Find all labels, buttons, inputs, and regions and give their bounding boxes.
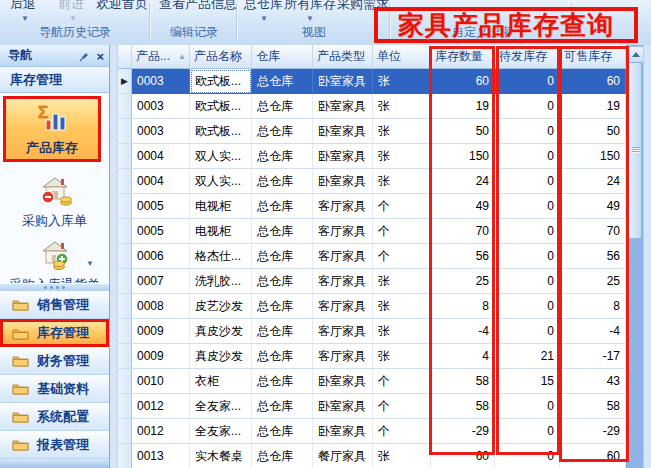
table-cell[interactable]: 4 bbox=[431, 344, 495, 369]
table-cell[interactable]: 电视柜 bbox=[190, 194, 252, 219]
table-cell[interactable]: 总仓库 bbox=[252, 369, 313, 394]
table-row[interactable]: 0012全友家...总仓库卧室家具个58058 bbox=[118, 394, 626, 419]
table-cell[interactable]: 0 bbox=[495, 244, 560, 269]
table-cell[interactable]: 24 bbox=[431, 169, 495, 194]
table-cell[interactable]: 个 bbox=[373, 244, 431, 269]
table-cell[interactable]: 8 bbox=[560, 294, 626, 319]
column-header-sellable-stock[interactable]: 可售库存 bbox=[560, 45, 626, 69]
table-cell[interactable]: 60 bbox=[431, 444, 495, 468]
table-cell[interactable]: 真皮沙发 bbox=[190, 319, 252, 344]
table-cell[interactable]: 总仓库 bbox=[252, 294, 313, 319]
column-header-stock-qty[interactable]: 库存数量 bbox=[431, 45, 495, 69]
row-header-cell[interactable] bbox=[118, 319, 132, 344]
table-row[interactable]: 0009真皮沙发总仓库客厅家具张-40-4 bbox=[118, 319, 626, 344]
table-cell[interactable]: 0 bbox=[495, 144, 560, 169]
row-header-cell[interactable] bbox=[118, 219, 132, 244]
table-cell[interactable]: 56 bbox=[431, 244, 495, 269]
column-header-product-type[interactable]: 产品类型 bbox=[313, 45, 373, 69]
table-cell[interactable]: 卧室家具 bbox=[313, 419, 373, 444]
table-cell[interactable]: 全友家... bbox=[190, 394, 252, 419]
table-cell[interactable]: 0008 bbox=[132, 294, 190, 319]
table-row[interactable]: 0006格杰仕...总仓库客厅家具个56056 bbox=[118, 244, 626, 269]
column-header-product-name[interactable]: 产品名称 bbox=[190, 45, 252, 69]
table-row[interactable]: 0008皮艺沙发总仓库客厅家具张808 bbox=[118, 294, 626, 319]
table-cell[interactable]: 张 bbox=[373, 294, 431, 319]
table-cell[interactable]: 8 bbox=[431, 294, 495, 319]
row-header-cell[interactable] bbox=[118, 269, 132, 294]
table-cell[interactable]: 欧式板... bbox=[190, 119, 252, 144]
table-cell[interactable]: 客厅家具 bbox=[313, 319, 373, 344]
table-cell[interactable]: 0006 bbox=[132, 244, 190, 269]
table-cell[interactable]: 0009 bbox=[132, 319, 190, 344]
table-cell[interactable]: 客厅家具 bbox=[313, 219, 373, 244]
table-cell[interactable]: 总仓库 bbox=[252, 319, 313, 344]
table-cell[interactable]: 总仓库 bbox=[252, 169, 313, 194]
table-cell[interactable]: 49 bbox=[431, 194, 495, 219]
sidebar-module-item[interactable]: 系统配置 bbox=[0, 403, 109, 431]
column-header-pending-stock[interactable]: 待发库存 bbox=[495, 45, 560, 69]
sidebar-section-header[interactable]: 库存管理 bbox=[0, 67, 109, 93]
table-cell[interactable]: 0012 bbox=[132, 419, 190, 444]
table-cell[interactable]: 0007 bbox=[132, 269, 190, 294]
table-cell[interactable]: 总仓库 bbox=[252, 119, 313, 144]
table-cell[interactable]: 张 bbox=[373, 169, 431, 194]
table-row[interactable]: 0004双人实...总仓库卧室家具张24024 bbox=[118, 169, 626, 194]
table-cell[interactable]: 0012 bbox=[132, 394, 190, 419]
row-header-cell[interactable] bbox=[118, 144, 132, 169]
table-row[interactable]: 0007洗乳胶...总仓库客厅家具张25025 bbox=[118, 269, 626, 294]
table-cell[interactable]: 0 bbox=[495, 119, 560, 144]
table-cell[interactable]: 58 bbox=[560, 394, 626, 419]
table-cell[interactable]: -29 bbox=[560, 419, 626, 444]
row-header-cell[interactable] bbox=[118, 394, 132, 419]
pin-icon[interactable] bbox=[79, 51, 89, 62]
table-cell[interactable]: 张 bbox=[373, 69, 431, 94]
table-cell[interactable]: -29 bbox=[431, 419, 495, 444]
table-row[interactable]: 0005电视柜总仓库客厅家具个70070 bbox=[118, 219, 626, 244]
pane-splitter[interactable] bbox=[110, 45, 118, 468]
row-header-cell[interactable] bbox=[118, 344, 132, 369]
table-cell[interactable]: 总仓库 bbox=[252, 269, 313, 294]
table-cell[interactable]: 客厅家具 bbox=[313, 294, 373, 319]
table-cell[interactable]: 全友家... bbox=[190, 419, 252, 444]
table-cell[interactable]: 总仓库 bbox=[252, 444, 313, 468]
table-cell[interactable]: 双人实... bbox=[190, 144, 252, 169]
sidebar-module-item[interactable]: 财务管理 bbox=[0, 347, 109, 375]
table-row[interactable]: 0012全友家...总仓库卧室家具个-290-29 bbox=[118, 419, 626, 444]
column-header-unit[interactable]: 单位 bbox=[373, 45, 431, 69]
table-cell[interactable]: 0 bbox=[495, 294, 560, 319]
table-cell[interactable]: 总仓库 bbox=[252, 244, 313, 269]
table-cell[interactable]: 60 bbox=[560, 69, 626, 94]
table-cell[interactable]: 150 bbox=[560, 144, 626, 169]
table-cell[interactable]: 0009 bbox=[132, 344, 190, 369]
table-cell[interactable]: -4 bbox=[560, 319, 626, 344]
table-cell[interactable]: 0 bbox=[495, 394, 560, 419]
table-cell[interactable]: 60 bbox=[431, 69, 495, 94]
sidebar-module-item[interactable]: 基础资料 bbox=[0, 375, 109, 403]
row-header-cell[interactable] bbox=[118, 119, 132, 144]
table-cell[interactable]: 张 bbox=[373, 94, 431, 119]
sidebar-item-purchase-in[interactable]: 采购入库单 bbox=[0, 175, 109, 230]
current-row-indicator[interactable]: ▶ bbox=[118, 69, 132, 94]
table-cell[interactable]: 0 bbox=[495, 419, 560, 444]
table-cell[interactable]: 0 bbox=[495, 94, 560, 119]
table-cell[interactable]: 客厅家具 bbox=[313, 269, 373, 294]
table-cell[interactable]: 总仓库 bbox=[252, 69, 313, 94]
table-cell[interactable]: 张 bbox=[373, 344, 431, 369]
table-cell[interactable]: -4 bbox=[431, 319, 495, 344]
table-cell[interactable]: 150 bbox=[431, 144, 495, 169]
table-cell[interactable]: 客厅家具 bbox=[313, 194, 373, 219]
table-cell[interactable]: 欧式板... bbox=[190, 94, 252, 119]
table-cell[interactable]: 卧室家具 bbox=[313, 119, 373, 144]
table-cell[interactable]: 餐厅家具 bbox=[313, 444, 373, 468]
table-cell[interactable]: 58 bbox=[431, 369, 495, 394]
table-cell[interactable]: 总仓库 bbox=[252, 344, 313, 369]
table-cell[interactable]: -17 bbox=[560, 344, 626, 369]
table-cell[interactable]: 卧室家具 bbox=[313, 144, 373, 169]
table-cell[interactable]: 0 bbox=[495, 69, 560, 94]
table-cell[interactable]: 0005 bbox=[132, 219, 190, 244]
table-cell[interactable]: 0 bbox=[495, 194, 560, 219]
table-cell[interactable]: 0003 bbox=[132, 69, 190, 94]
back-dropdown-icon[interactable]: ▼ bbox=[21, 14, 29, 23]
table-cell[interactable]: 60 bbox=[560, 444, 626, 468]
table-cell[interactable]: 卧室家具 bbox=[313, 69, 373, 94]
